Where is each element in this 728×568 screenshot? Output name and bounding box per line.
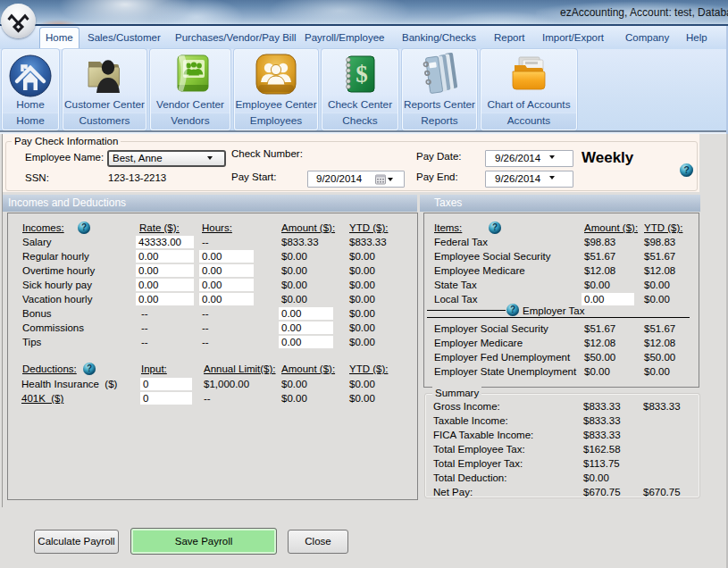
- svg-text:$: $: [356, 61, 368, 88]
